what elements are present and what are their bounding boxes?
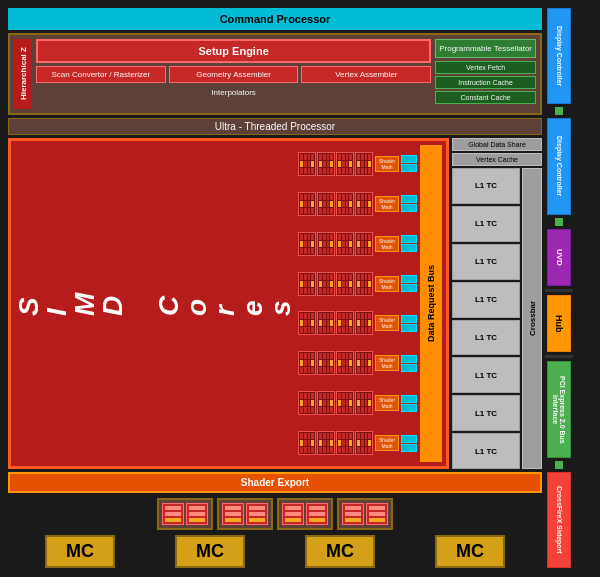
- mc-3: MC: [305, 535, 375, 568]
- right-sidebar: Display Controller Display Controller UV…: [545, 8, 573, 568]
- simd-label: SIMDCores: [15, 145, 295, 462]
- cell-mini: [300, 154, 303, 160]
- setup-middle: Setup Engine Scan Convertor / Rasterizer…: [36, 39, 431, 109]
- simd-row-7: ShaderMath: [298, 384, 417, 422]
- crossbar-box: Crossbar: [522, 168, 542, 469]
- global-data-share-box: Global Data Share: [452, 138, 542, 151]
- simd-row-8: ShaderMath: [298, 424, 417, 462]
- programmable-tessellator-box: Programmable Tessellator: [435, 39, 536, 58]
- mc-2: MC: [175, 535, 245, 568]
- sidebar-hub-item: Hub: [547, 295, 571, 352]
- cell-block-3: [336, 152, 354, 176]
- connector-arrow-1: [555, 107, 563, 115]
- right-panel: Global Data Share Vertex Cache L1 TC L1 …: [452, 138, 542, 469]
- vertex-fetch-box: Vertex Fetch: [435, 61, 536, 74]
- diagram-left: Command Processor Hierarchical Z Setup E…: [8, 8, 542, 568]
- row-cells-1: [298, 152, 373, 176]
- cell-block-4: [355, 152, 373, 176]
- simd-row-6: ShaderMath: [298, 344, 417, 382]
- mc-1: MC: [45, 535, 115, 568]
- pci-line: [545, 355, 573, 358]
- shader-stat-7: ShaderMath: [375, 395, 399, 411]
- l1-tc-3: L1 TC: [452, 244, 520, 280]
- diagram-container: Command Processor Hierarchical Z Setup E…: [0, 0, 600, 577]
- command-processor: Command Processor: [8, 8, 542, 30]
- shader-stat-4: ShaderMath: [375, 276, 399, 292]
- cell-block-2: [317, 152, 335, 176]
- constant-cache-box: Constant Cache: [435, 91, 536, 104]
- simd-row-1: ShaderMath: [298, 145, 417, 183]
- right-caches: Vertex Fetch Instruction Cache Constant …: [435, 61, 536, 109]
- mem-group-3: [277, 498, 333, 530]
- mc-4: MC: [435, 535, 505, 568]
- l1-tc-4: L1 TC: [452, 282, 520, 318]
- l1-tc-6: L1 TC: [452, 357, 520, 393]
- ultra-threaded-label: Ultra - Threaded Processor: [8, 118, 542, 135]
- cell-block-1: [298, 152, 316, 176]
- vertex-assembler-box: Vertex Assembler: [301, 66, 431, 83]
- simd-row-2: ShaderMath: [298, 185, 417, 223]
- hub-line: [545, 289, 573, 292]
- l1-tc-8: L1 TC: [452, 433, 520, 469]
- connector-arrow-3: [555, 461, 563, 469]
- vertex-cache-box: Vertex Cache: [452, 153, 542, 166]
- mem-group-1: [157, 498, 213, 530]
- blue-cell-2: [401, 164, 417, 172]
- setup-row: Scan Convertor / Rasterizer Geometry Ass…: [36, 66, 431, 83]
- instruction-cache-box: Instruction Cache: [435, 76, 536, 89]
- connector-arrow-2: [555, 218, 563, 226]
- shader-stat-6: ShaderMath: [375, 355, 399, 371]
- simd-row-3: ShaderMath: [298, 225, 417, 263]
- simd-main: SIMDCores: [8, 138, 449, 469]
- simd-row-4: ShaderMath: [298, 265, 417, 303]
- l1-tc-5: L1 TC: [452, 320, 520, 356]
- row-cells-2: [298, 192, 373, 216]
- sidebar-crossfire-item: CrossFireX Sideport: [547, 472, 571, 568]
- l1-tc-2: L1 TC: [452, 206, 520, 242]
- geometry-assembler-box: Geometry Assembler: [169, 66, 299, 83]
- scan-converter-box: Scan Convertor / Rasterizer: [36, 66, 166, 83]
- shader-stat-5: ShaderMath: [375, 315, 399, 331]
- sidebar-display-controller-1: Display Controller: [547, 8, 571, 104]
- shader-export: Shader Export: [8, 472, 542, 493]
- blue-cell-1: [401, 155, 417, 163]
- mem-group-4: [337, 498, 393, 530]
- setup-engine-box: Setup Engine: [36, 39, 431, 63]
- simd-text: SIMDCores: [15, 291, 295, 316]
- sidebar-display-controller-2: Display Controller: [547, 118, 571, 214]
- data-request-bus: Data Request Bus: [420, 145, 442, 462]
- sidebar-uvd-item: UVD: [547, 229, 571, 286]
- shader-stat-3: ShaderMath: [375, 236, 399, 252]
- middle-section: SIMDCores: [8, 138, 542, 469]
- shader-stat-2: ShaderMath: [375, 196, 399, 212]
- l1-tc-1: L1 TC: [452, 168, 520, 204]
- l1-tc-7: L1 TC: [452, 395, 520, 431]
- sidebar-pci-item: PCI Express 2.0 Bus Interface: [547, 361, 571, 457]
- mem-group-2: [217, 498, 273, 530]
- hierarchical-z-box: Hierarchical Z: [14, 39, 32, 109]
- interpolators-box: Interpolators: [36, 86, 431, 99]
- shader-stat-1: ShaderMath: [375, 156, 399, 172]
- setup-area: Hierarchical Z Setup Engine Scan Convert…: [8, 33, 542, 115]
- diagram-wrapper: Command Processor Hierarchical Z Setup E…: [8, 8, 573, 568]
- bottom-memory: MC MC MC MC: [8, 535, 542, 568]
- shader-stat-8: ShaderMath: [375, 435, 399, 451]
- connector-row: [8, 496, 542, 532]
- setup-right: Programmable Tessellator Vertex Fetch In…: [435, 39, 536, 109]
- right-panel-bottom: L1 TC L1 TC L1 TC L1 TC L1 TC L1 TC L1 T…: [452, 168, 542, 469]
- simd-rows-area: ShaderMath: [298, 145, 417, 462]
- l1-list: L1 TC L1 TC L1 TC L1 TC L1 TC L1 TC L1 T…: [452, 168, 520, 469]
- right-panel-top: Global Data Share Vertex Cache: [452, 138, 542, 166]
- simd-row-5: ShaderMath: [298, 305, 417, 343]
